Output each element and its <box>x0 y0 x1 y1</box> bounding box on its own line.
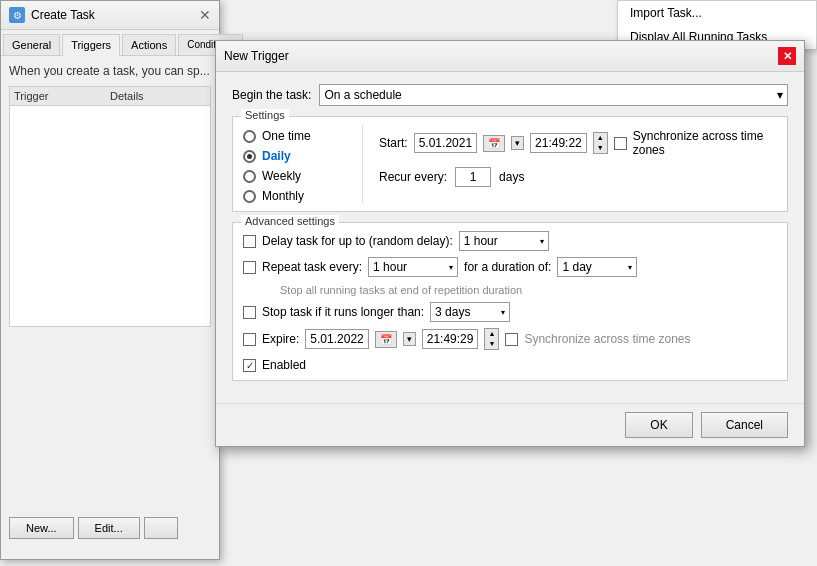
col-details: Details <box>110 90 206 102</box>
expire-cal-arrow[interactable]: ▾ <box>403 332 416 346</box>
spin-down-icon[interactable]: ▼ <box>594 143 607 153</box>
expire-date-input[interactable]: 5.01.2022 <box>305 329 368 349</box>
radio-weekly-label: Weekly <box>262 169 301 183</box>
radio-daily-label: Daily <box>262 149 291 163</box>
trigger-table-header: Trigger Details <box>10 87 210 106</box>
ok-button[interactable]: OK <box>625 412 692 438</box>
sync-checkbox[interactable] <box>614 137 627 150</box>
expire-date-value: 5.01.2022 <box>310 332 363 346</box>
new-button[interactable]: New... <box>9 517 74 539</box>
radio-weekly[interactable]: Weekly <box>243 169 352 183</box>
ct-tabs: General Triggers Actions Conditions <box>1 30 219 56</box>
expire-calendar-button[interactable]: 📅 <box>375 331 397 348</box>
recur-row: Recur every: days <box>379 167 777 187</box>
create-task-titlebar: ⚙ Create Task ✕ <box>1 1 219 30</box>
radio-one-time-label: One time <box>262 129 311 143</box>
cancel-button[interactable]: Cancel <box>701 412 788 438</box>
start-row: Start: 5.01.2021 📅 ▾ 21:49:22 ▲ ▼ <box>379 129 777 157</box>
expire-time-value: 21:49:29 <box>427 332 474 346</box>
edit-button[interactable]: Edit... <box>78 517 140 539</box>
time-input[interactable]: 21:49:22 <box>530 133 587 153</box>
repeat-task-dropdown[interactable]: 1 hour ▾ <box>368 257 458 277</box>
delay-dropdown-arrow: ▾ <box>540 237 544 246</box>
recur-unit: days <box>499 170 524 184</box>
expire-checkbox[interactable] <box>243 333 256 346</box>
tab-general[interactable]: General <box>3 34 60 55</box>
settings-columns: One time Daily Weekly Monthly <box>243 125 777 203</box>
settings-label: Settings <box>241 109 289 121</box>
duration-dropdown[interactable]: 1 day ▾ <box>557 257 637 277</box>
extra-button[interactable] <box>144 517 178 539</box>
trigger-table-body <box>10 106 210 326</box>
context-menu-import[interactable]: Import Task... <box>618 1 816 25</box>
dialog-footer: OK Cancel <box>216 403 804 446</box>
stop-all-row: Stop all running tasks at end of repetit… <box>243 283 777 296</box>
begin-task-value: On a schedule <box>324 88 401 102</box>
date-input[interactable]: 5.01.2021 <box>414 133 477 153</box>
col-trigger: Trigger <box>14 90 110 102</box>
cal-arrow[interactable]: ▾ <box>511 136 524 150</box>
advanced-section: Advanced settings Delay task for up to (… <box>232 222 788 381</box>
time-spinner[interactable]: ▲ ▼ <box>593 132 608 154</box>
expire-spin-down-icon[interactable]: ▼ <box>485 339 498 349</box>
trigger-table: Trigger Details <box>9 86 211 327</box>
settings-section: Settings One time Daily Weekly <box>232 116 788 212</box>
recur-input[interactable] <box>455 167 491 187</box>
repeat-task-label: Repeat task every: <box>262 260 362 274</box>
repeat-task-value: 1 hour <box>373 260 407 274</box>
repeat-task-checkbox[interactable] <box>243 261 256 274</box>
enabled-label: Enabled <box>262 358 306 372</box>
expire-sync-checkbox[interactable] <box>505 333 518 346</box>
advanced-label: Advanced settings <box>241 215 339 227</box>
duration-label: for a duration of: <box>464 260 551 274</box>
enabled-checkbox[interactable]: ✓ <box>243 359 256 372</box>
stop-longer-arrow: ▾ <box>501 308 505 317</box>
radio-daily[interactable]: Daily <box>243 149 352 163</box>
stop-longer-checkbox[interactable] <box>243 306 256 319</box>
ct-description: When you create a task, you can sp... <box>9 64 210 78</box>
ct-content: When you create a task, you can sp... Tr… <box>1 56 219 335</box>
tab-actions[interactable]: Actions <box>122 34 176 55</box>
time-value: 21:49:22 <box>535 136 582 150</box>
stop-longer-dropdown[interactable]: 3 days ▾ <box>430 302 510 322</box>
duration-value: 1 day <box>562 260 591 274</box>
expire-spin-up-icon[interactable]: ▲ <box>485 329 498 339</box>
enabled-row: ✓ Enabled <box>243 358 777 372</box>
delay-task-checkbox[interactable] <box>243 235 256 248</box>
ct-buttons: New... Edit... <box>9 517 178 539</box>
close-icon[interactable]: ✕ <box>199 7 211 23</box>
sync-label: Synchronize across time zones <box>633 129 777 157</box>
expire-time-spinner[interactable]: ▲ ▼ <box>484 328 499 350</box>
sync-checkbox-row: Synchronize across time zones <box>614 129 777 157</box>
begin-task-arrow: ▾ <box>777 88 783 102</box>
radio-one-time-circle <box>243 130 256 143</box>
stop-all-label: Stop all running tasks at end of repetit… <box>262 284 522 296</box>
radio-daily-circle <box>243 150 256 163</box>
radio-weekly-circle <box>243 170 256 183</box>
schedule-col: Start: 5.01.2021 📅 ▾ 21:49:22 ▲ ▼ <box>363 125 777 203</box>
begin-task-select[interactable]: On a schedule ▾ <box>319 84 788 106</box>
radio-monthly[interactable]: Monthly <box>243 189 352 203</box>
dialog-close-button[interactable]: ✕ <box>778 47 796 65</box>
radio-monthly-label: Monthly <box>262 189 304 203</box>
start-label: Start: <box>379 136 408 150</box>
begin-task-row: Begin the task: On a schedule ▾ <box>232 84 788 106</box>
recur-label: Recur every: <box>379 170 447 184</box>
expire-time-input[interactable]: 21:49:29 <box>422 329 479 349</box>
delay-task-value: 1 hour <box>464 234 498 248</box>
spin-up-icon[interactable]: ▲ <box>594 133 607 143</box>
radio-one-time[interactable]: One time <box>243 129 352 143</box>
tab-triggers[interactable]: Triggers <box>62 34 120 56</box>
delay-task-row: Delay task for up to (random delay): 1 h… <box>243 231 777 251</box>
delay-task-label: Delay task for up to (random delay): <box>262 234 453 248</box>
expire-row: Expire: 5.01.2022 📅 ▾ 21:49:29 ▲ ▼ Synch… <box>243 328 777 350</box>
expire-label: Expire: <box>262 332 299 346</box>
dialog-title: New Trigger <box>224 49 289 63</box>
delay-task-dropdown[interactable]: 1 hour ▾ <box>459 231 549 251</box>
calendar-button[interactable]: 📅 <box>483 135 505 152</box>
new-trigger-dialog: New Trigger ✕ Begin the task: On a sched… <box>215 40 805 447</box>
dialog-body: Begin the task: On a schedule ▾ Settings… <box>216 72 804 403</box>
expire-sync-label: Synchronize across time zones <box>524 332 690 346</box>
create-task-window: ⚙ Create Task ✕ General Triggers Actions… <box>0 0 220 560</box>
stop-longer-value: 3 days <box>435 305 470 319</box>
